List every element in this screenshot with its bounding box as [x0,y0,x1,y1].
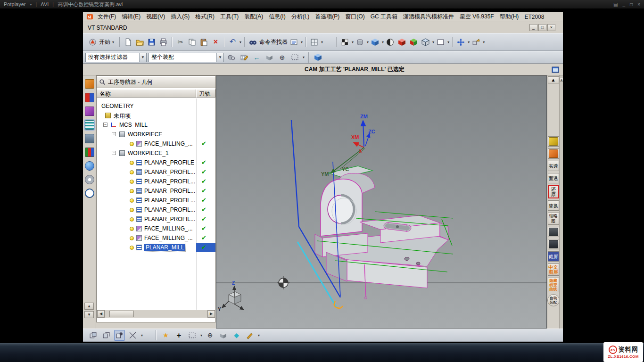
true-shading-button[interactable]: 实透 [548,161,559,171]
column-toolpath[interactable]: 刀轨 [196,89,215,98]
window-minimize-button[interactable]: _ [529,24,537,31]
menu-view[interactable]: 视图(V) [143,12,168,22]
snap-mid-point-icon[interactable] [114,330,125,341]
history-icon[interactable] [85,175,94,184]
command-finder-label[interactable]: 命令查找器 [259,38,288,46]
player-title-bar[interactable]: Potplayer ▾ | AVI | 高训中心数控铣竞赛案例.avi ▤ _ … [0,0,644,8]
tree-row-planar-profile[interactable]: PLANAR_PROFIL... ✔ [97,177,215,186]
caret-down-icon[interactable]: ▾ [367,40,369,44]
layer-visibility-icon[interactable] [548,136,559,147]
scrollbar-thumb[interactable] [109,311,134,317]
menu-xingkong[interactable]: 星空 V6.935F [457,12,497,22]
move-object-button[interactable] [455,37,466,48]
player-minimize-icon[interactable]: _ [623,2,626,7]
gear-pair-icon[interactable] [226,52,237,63]
menu-analysis[interactable]: 分析(L) [289,12,313,22]
paste-button[interactable] [198,37,209,48]
replace-button[interactable]: 替换 [548,200,559,211]
tree-row-mcs-mill[interactable]: − MCS_MILL [97,120,215,130]
delete-button[interactable]: × [210,37,221,48]
target-point-icon[interactable]: ⊕ [205,330,215,341]
collapse-icon[interactable]: − [112,151,116,155]
open-file-button[interactable] [134,37,145,48]
clock-icon[interactable] [85,189,94,198]
restore-button[interactable]: 还原 [548,185,559,198]
web-browser-icon[interactable] [85,161,94,171]
navigator-header[interactable]: 工序导航器 - 几何 [97,77,215,88]
command-list-caret-icon[interactable]: ▾ [301,40,303,44]
menu-preferences[interactable]: 首选项(P) [312,12,342,22]
chinese-layer-button[interactable]: 中文图层 [548,263,559,276]
back-arrow-icon[interactable]: ← [251,52,262,63]
caret-down-icon[interactable]: ▾ [382,40,384,44]
command-list-button[interactable] [289,37,299,48]
selection-grid-caret-icon[interactable]: ▾ [321,40,323,44]
wireframe-cube-button[interactable] [420,37,431,48]
snap-intersection-icon[interactable] [127,330,138,341]
menu-mold-standard[interactable]: 潇洒模具汽模标准件 [400,12,457,22]
scroll-up-icon[interactable]: ▲ [560,78,563,82]
tree-row-planar-profile[interactable]: PLANAR_PROFIL... ✔ [97,186,215,196]
screenshot-button[interactable]: 截屏 [548,251,559,262]
tree-row-workpiece[interactable]: − WORKPIECE [97,130,215,139]
tree-row-planar-profile[interactable]: PLANAR_PROFIL... ✔ [97,214,215,224]
tree-row-planar-profile[interactable]: PLANAR_PROFIL... ✔ [97,196,215,205]
tree-row-workpiece-1[interactable]: − WORKPIECE_1 [97,148,215,158]
column-name[interactable]: 名称 [97,89,196,98]
collapse-icon[interactable]: − [103,123,107,127]
assembly-navigator-icon[interactable] [85,79,94,89]
selection-scope-combo[interactable]: 整个装配 ▼ [149,53,224,62]
snap-target-icon[interactable]: ⊕ [277,52,288,63]
shaded-part-icon[interactable] [313,52,323,63]
selection-grid-button[interactable] [309,37,320,48]
red-cube-button[interactable] [396,37,407,48]
dashed-rect-select-icon[interactable] [187,330,198,341]
save-button[interactable] [146,37,157,48]
tree-row-face-milling[interactable]: FACE_MILLING_... ✔ [97,233,215,243]
undo-caret-icon[interactable]: ▾ [239,40,241,44]
plus-icon[interactable]: + [173,330,184,341]
menu-edit[interactable]: 编辑(E) [119,12,143,22]
prompt-window-icon[interactable] [552,66,559,75]
tree-row-planar-mill-selected[interactable]: PLANAR_MILL ✔ [97,243,215,252]
right-scroll-up-icon[interactable]: ▲ [548,76,559,83]
undo-button[interactable]: ↶ [227,37,238,48]
player-close-icon[interactable]: × [637,2,640,7]
player-menu-caret-icon[interactable]: ▾ [30,2,32,7]
face-translucency-button[interactable]: 面透 [548,173,559,183]
thumbnail-button[interactable]: 缩略图 [548,213,559,225]
menu-window[interactable]: 窗口(O) [342,12,367,22]
command-finder-icon[interactable] [248,37,258,48]
tree-row-geometry[interactable]: GEOMETRY [97,101,215,111]
window-close-button[interactable]: × [547,24,555,31]
new-file-button[interactable] [123,37,133,48]
sparkle-icon[interactable]: ★ [160,330,171,341]
player-panel-icon[interactable]: ▤ [613,2,618,7]
menu-et2008[interactable]: ET2008 [521,13,547,21]
start-menu-button[interactable]: 开始 ▾ [85,37,116,47]
tree-row-face-milling[interactable]: FACE_MILLING_... ✔ [97,224,215,233]
cut-button[interactable]: ✂ [175,37,186,48]
snap-caret-icon[interactable]: ▾ [141,333,143,337]
tree-row-face-milling[interactable]: FACE_MILLING_... ✔ [97,139,215,148]
reuse-library-icon[interactable] [85,148,94,157]
graphics-viewport[interactable]: ZM ZC XM X YM YC [216,75,547,329]
menu-help[interactable]: 帮助(H) [497,12,522,22]
player-app-name[interactable]: Potplayer [4,1,25,7]
menu-tools[interactable]: 工具(T) [217,12,241,22]
operation-navigator-icon[interactable] [85,120,94,130]
player-maximize-icon[interactable]: □ [630,2,633,7]
menu-assemblies[interactable]: 装配(A) [241,12,266,22]
menu-file[interactable]: 文件(F) [95,12,119,22]
caret-down-icon[interactable]: ▾ [258,333,260,337]
copy-button[interactable] [187,37,198,48]
selection-filter-combo[interactable]: 没有选择过滤器 ▼ [85,53,147,62]
machine-tool-view-icon[interactable] [85,134,94,143]
collapse-icon[interactable]: − [112,132,116,136]
caret-down-icon[interactable]: ▾ [447,40,449,44]
navigator-horizontal-scrollbar[interactable]: ◀ ▶ [97,310,215,318]
cad-model[interactable] [315,166,448,288]
viewport-scrollbar[interactable]: ▲ [559,75,563,329]
empty-box-button[interactable] [435,37,446,48]
grid-pencil-icon[interactable] [239,52,249,63]
